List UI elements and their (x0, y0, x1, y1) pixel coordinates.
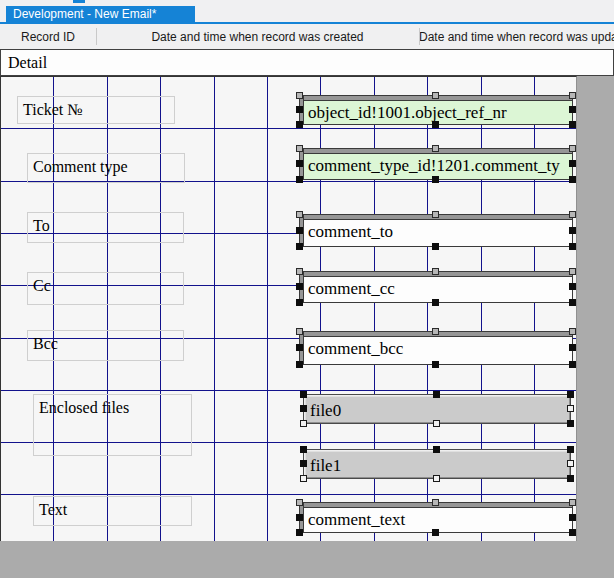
resize-handle[interactable] (567, 405, 574, 412)
label-text: To (33, 217, 50, 234)
resize-handle[interactable] (569, 299, 576, 306)
field-comment-cc[interactable]: comment_cc (299, 271, 573, 303)
resize-handle[interactable] (296, 514, 303, 521)
resize-handle[interactable] (300, 460, 307, 467)
resize-handle[interactable] (567, 475, 574, 482)
resize-handle[interactable] (569, 344, 576, 351)
resize-handle[interactable] (567, 391, 574, 398)
resize-handle[interactable] (569, 211, 576, 218)
field-comment-type[interactable]: comment_type_id!1201.comment_ty (299, 148, 573, 180)
resize-handle[interactable] (296, 106, 303, 113)
resize-handle[interactable] (567, 446, 574, 453)
resize-handle[interactable] (296, 243, 303, 250)
resize-handle[interactable] (432, 176, 439, 183)
label-cc[interactable]: Cc (27, 272, 184, 305)
resize-handle[interactable] (432, 328, 439, 335)
column-header-created[interactable]: Date and time when record was created (96, 30, 419, 44)
tab-title: Development - New Email* (13, 7, 156, 21)
header-separator (419, 28, 420, 45)
form-designer-window: Development - New Email* Record ID Date … (0, 0, 614, 578)
resize-handle[interactable] (296, 268, 303, 275)
label-ticket-nr[interactable]: Ticket № (17, 96, 175, 124)
resize-handle[interactable] (569, 227, 576, 234)
column-header-updated[interactable]: Date and time when record was updated (419, 30, 614, 44)
resize-handle[interactable] (569, 145, 576, 152)
resize-handle[interactable] (300, 405, 307, 412)
field-file1[interactable]: file1 (303, 449, 571, 479)
resize-handle[interactable] (296, 92, 303, 99)
field-comment-to[interactable]: comment_to (299, 214, 573, 247)
resize-handle[interactable] (296, 227, 303, 234)
resize-handle[interactable] (569, 243, 576, 250)
resize-handle[interactable] (300, 475, 307, 482)
resize-handle[interactable] (567, 420, 574, 427)
resize-handle[interactable] (433, 420, 440, 427)
field-comment-text[interactable]: comment_text (299, 502, 573, 533)
label-text: Bcc (33, 335, 58, 352)
resize-handle[interactable] (569, 121, 576, 128)
resize-handle[interactable] (569, 160, 576, 167)
resize-handle[interactable] (296, 499, 303, 506)
resize-handle[interactable] (296, 299, 303, 306)
resize-handle[interactable] (432, 299, 439, 306)
label-text: Enclosed files (39, 399, 129, 416)
label-bcc[interactable]: Bcc (27, 330, 184, 361)
resize-handle[interactable] (296, 121, 303, 128)
tab-bar: Development - New Email* (0, 6, 614, 22)
field-binding-text: comment_text (308, 510, 570, 530)
resize-handle[interactable] (569, 176, 576, 183)
field-binding-text: file1 (310, 456, 568, 476)
resize-handle[interactable] (432, 92, 439, 99)
resize-handle[interactable] (300, 391, 307, 398)
top-edge-fragment (73, 0, 85, 3)
header-separator (96, 28, 97, 45)
resize-handle[interactable] (569, 514, 576, 521)
resize-handle[interactable] (432, 529, 439, 536)
resize-handle[interactable] (569, 92, 576, 99)
resize-handle[interactable] (296, 361, 303, 368)
resize-handle[interactable] (432, 211, 439, 218)
resize-handle[interactable] (569, 268, 576, 275)
resize-handle[interactable] (300, 446, 307, 453)
resize-handle[interactable] (296, 160, 303, 167)
resize-handle[interactable] (296, 283, 303, 290)
field-binding-text: comment_bcc (308, 339, 570, 359)
column-header-record-id[interactable]: Record ID (0, 30, 96, 44)
resize-handle[interactable] (433, 475, 440, 482)
resize-handle[interactable] (569, 328, 576, 335)
resize-handle[interactable] (433, 446, 440, 453)
label-enclosed-files[interactable]: Enclosed files (33, 394, 192, 456)
detail-band-header[interactable]: Detail (0, 49, 614, 76)
system-fields-header-row: Record ID Date and time when record was … (0, 24, 614, 49)
label-to[interactable]: To (27, 212, 184, 243)
resize-handle[interactable] (569, 499, 576, 506)
resize-handle[interactable] (300, 420, 307, 427)
field-binding-text: comment_type_id!1201.comment_ty (308, 156, 570, 176)
tab-development-new-email[interactable]: Development - New Email* (6, 6, 195, 22)
resize-handle[interactable] (432, 243, 439, 250)
resize-handle[interactable] (296, 145, 303, 152)
resize-handle[interactable] (569, 106, 576, 113)
label-text-field[interactable]: Text (33, 496, 192, 526)
field-comment-bcc[interactable]: comment_bcc (299, 331, 573, 365)
resize-handle[interactable] (432, 268, 439, 275)
resize-handle[interactable] (569, 361, 576, 368)
resize-handle[interactable] (296, 176, 303, 183)
resize-handle[interactable] (569, 529, 576, 536)
field-file0[interactable]: file0 (303, 394, 571, 424)
resize-handle[interactable] (567, 460, 574, 467)
field-object-ref-nr[interactable]: object_id!1001.object_ref_nr (299, 95, 573, 125)
resize-handle[interactable] (432, 361, 439, 368)
label-text: Ticket № (23, 101, 83, 118)
resize-handle[interactable] (433, 391, 440, 398)
resize-handle[interactable] (432, 499, 439, 506)
resize-handle[interactable] (296, 344, 303, 351)
resize-handle[interactable] (432, 145, 439, 152)
resize-handle[interactable] (432, 121, 439, 128)
resize-handle[interactable] (296, 328, 303, 335)
resize-handle[interactable] (569, 283, 576, 290)
resize-handle[interactable] (296, 211, 303, 218)
resize-handle[interactable] (296, 529, 303, 536)
label-comment-type[interactable]: Comment type (27, 153, 185, 183)
label-text: Text (39, 501, 67, 518)
